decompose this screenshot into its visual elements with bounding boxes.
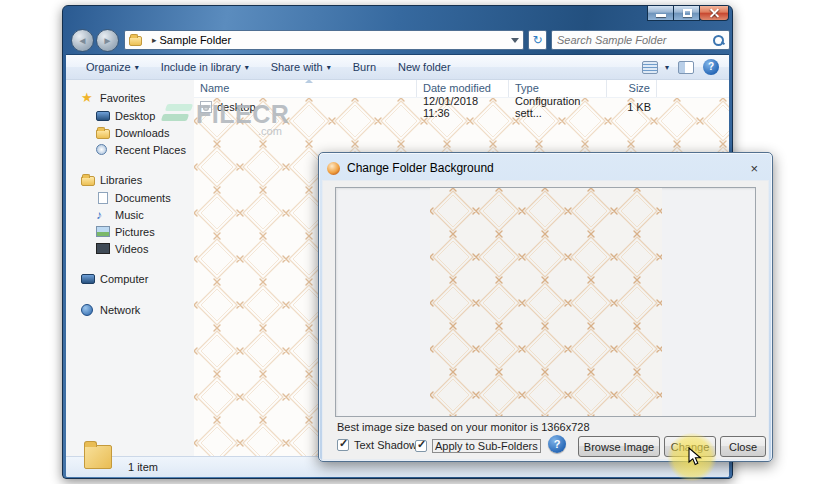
dropdown-arrow-icon: ▾ [665,63,669,72]
breadcrumb[interactable]: Sample Folder [160,34,232,46]
sidebar-group-computer[interactable]: Computer [66,270,194,288]
date-header-label: Date modified [423,82,491,94]
window-controls [648,6,729,21]
apply-to-subfolders-label: Apply to Sub-Folders [432,439,541,453]
network-label: Network [100,304,140,316]
sidebar-group-network[interactable]: Network [66,301,194,319]
column-header-size[interactable]: Size [607,80,657,97]
close-button[interactable] [699,6,729,21]
include-label: Include in library [161,61,241,73]
dropdown-arrow-icon: ▾ [327,63,331,72]
sidebar-item-videos[interactable]: Videos [66,240,194,257]
watermark-suffix: .com [258,125,282,137]
new-folder-button[interactable]: New folder [398,61,451,73]
favorites-label: Favorites [100,92,145,104]
sidebar-item-recent-places[interactable]: Recent Places [66,141,194,158]
size-header-label: Size [629,82,650,94]
computer-icon [81,274,95,284]
maximize-icon [683,9,692,17]
sidebar-item-music[interactable]: ♪ Music [66,206,194,223]
background-preview [335,187,756,417]
change-folder-background-dialog: Change Folder Background × [318,152,773,462]
command-toolbar: Organize ▾ Include in library ▾ Share wi… [66,55,729,80]
recent-places-icon [96,144,107,155]
watermark-icon [165,104,193,111]
back-button[interactable]: ◄ [71,29,94,52]
dialog-help-button[interactable]: ? [548,435,566,453]
folder-details-icon [84,445,112,469]
dialog-titlebar[interactable]: Change Folder Background × [322,156,769,180]
preview-pane-button[interactable] [678,61,694,74]
toolbar-right: ▾ ? [642,59,719,75]
pictures-label: Pictures [115,226,155,238]
checkmark-icon: ✓ [417,438,426,451]
dropdown-arrow-icon: ▾ [245,63,249,72]
sidebar-item-documents[interactable]: Documents [66,189,194,206]
computer-label: Computer [100,273,148,285]
apply-to-subfolders-checkbox[interactable]: ✓ Apply to Sub-Folders [415,439,541,453]
help-button[interactable]: ? [703,59,719,75]
app-icon [327,162,340,175]
background-preview-image [430,188,662,416]
browse-image-button[interactable]: Browse Image [578,436,660,457]
refresh-button[interactable]: ↻ [528,30,547,50]
address-bar[interactable]: ▸ Sample Folder [124,30,524,50]
documents-icon [98,192,108,204]
checkbox-box[interactable]: ✓ [337,439,349,451]
back-arrow-icon: ◄ [78,35,88,46]
folder-icon [129,36,142,46]
dropdown-arrow-icon: ▾ [135,63,139,72]
pictures-icon [96,226,110,237]
desktop-label: Desktop [115,110,155,122]
minimize-button[interactable] [647,6,674,21]
item-count: 1 item [128,461,158,473]
change-view-button[interactable]: ▾ [642,61,669,74]
column-header-name[interactable]: Name [194,80,417,97]
refresh-icon: ↻ [532,33,542,47]
music-label: Music [115,209,144,221]
recent-places-label: Recent Places [115,144,186,156]
sidebar-item-downloads[interactable]: Downloads [66,124,194,141]
share-with-button[interactable]: Share with ▾ [271,61,331,73]
checkmark-icon: ✓ [339,437,348,450]
organize-label: Organize [86,61,131,73]
forward-button[interactable]: ► [96,29,119,52]
downloads-label: Downloads [115,127,169,139]
change-button[interactable]: Change [664,436,716,457]
dialog-body: Best image size based on your monitor is… [322,180,769,460]
watermark-text: FILECR [196,100,289,128]
organize-button[interactable]: Organize ▾ [86,61,139,73]
sidebar-group-libraries[interactable]: Libraries [66,171,194,189]
new-folder-label: New folder [398,61,451,73]
desktop-icon [96,111,110,121]
address-dropdown-icon[interactable] [511,38,519,43]
sidebar-item-pictures[interactable]: Pictures [66,223,194,240]
dialog-close-button[interactable]: × [744,161,764,176]
close-dialog-button[interactable]: Close [720,436,766,457]
star-icon: ★ [81,92,95,104]
downloads-icon [96,129,110,139]
window-titlebar[interactable] [63,6,732,27]
checkbox-box[interactable]: ✓ [415,440,427,452]
burn-button[interactable]: Burn [353,61,376,73]
videos-icon [96,243,110,254]
watermark-icon [161,114,189,121]
libraries-label: Libraries [100,174,142,186]
documents-label: Documents [115,192,171,204]
search-box[interactable] [551,30,730,50]
breadcrumb-arrow-icon: ▸ [152,35,157,45]
file-date-modified: 12/01/2018 11:36 [417,95,509,119]
text-shadow-checkbox[interactable]: ✓ Text Shadow [337,439,417,451]
forward-arrow-icon: ► [103,35,113,46]
burn-label: Burn [353,61,376,73]
navigation-pane: ★ Favorites Desktop Downloads [66,80,194,456]
maximize-button[interactable] [673,6,700,21]
search-icon[interactable] [712,34,724,46]
type-header-label: Type [515,82,539,94]
sort-ascending-icon [305,80,313,83]
music-icon: ♪ [96,209,110,221]
search-input[interactable] [557,34,712,46]
list-view-icon [642,61,658,74]
include-in-library-button[interactable]: Include in library ▾ [161,61,249,73]
libraries-icon [81,176,95,186]
